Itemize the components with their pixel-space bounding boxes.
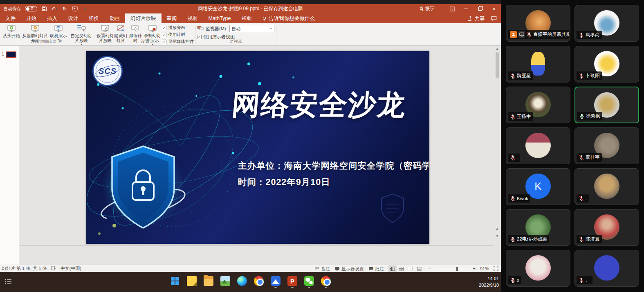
taskbar-icons — [0, 274, 501, 290]
slide-date-line[interactable]: 时间：2022年9月10日 — [238, 176, 330, 188]
chrome-browser-2-icon — [321, 276, 331, 286]
tab-index-1[interactable]: 开始 — [21, 13, 42, 23]
from-beginning-button[interactable]: 从头开始 — [1, 23, 22, 38]
participant-tile[interactable]: 覃佳宇 — [574, 127, 639, 164]
participant-tile[interactable]: 徐紫枫 — [574, 87, 639, 123]
slide-sorter-view-button[interactable] — [397, 265, 406, 272]
slide-thumbnail-panel[interactable]: 1 — [0, 46, 19, 265]
minimize-button[interactable] — [459, 4, 473, 13]
zoom-slider-thumb[interactable] — [456, 267, 458, 271]
ribbon-display-options-icon[interactable] — [445, 4, 459, 13]
faint-shield-graphic — [378, 192, 407, 224]
vertical-scrollbar[interactable]: ▲ ▲ ▼ — [494, 46, 500, 265]
taskbar-icon-chrome-browser-2[interactable] — [319, 274, 332, 290]
participant-tile[interactable]: 周孝尚 — [574, 5, 639, 42]
taskbar-icon-edge-browser[interactable] — [236, 274, 249, 290]
share-button[interactable]: 共享 — [467, 15, 485, 22]
notes-icon — [314, 267, 319, 271]
taskbar-icon-start-button[interactable] — [168, 274, 182, 290]
share-icon — [467, 16, 473, 21]
participant-tile[interactable]: 卜玖阳 — [574, 46, 639, 82]
restore-button[interactable] — [473, 4, 487, 13]
tab-index-7[interactable]: 审阅 — [162, 13, 182, 23]
participant-tile[interactable]: . — [506, 127, 570, 164]
reading-view-button[interactable] — [406, 265, 415, 272]
participant-tile[interactable]: 王扬中 — [506, 87, 570, 123]
tab-index-10[interactable]: 帮助 — [236, 13, 257, 23]
tabrow-right: 共享 — [467, 13, 497, 23]
next-slide-button[interactable]: ▼ — [494, 234, 500, 240]
screen-share-icon — [518, 31, 525, 38]
tab-index-5[interactable]: 动画 — [104, 13, 125, 23]
powerpoint-window: 自动保存 关 ↶▾ ↻ ▾ 网络安全沙龙-封面9.09.pptx - 已保存到这… — [0, 0, 501, 292]
participant-name: 覃佳宇 — [586, 154, 600, 160]
participant-tile[interactable]: 22电信-孙成梁 — [506, 209, 570, 246]
participant-tile[interactable]: 、 — [574, 250, 639, 287]
tab-index-9[interactable]: MathType — [203, 13, 236, 23]
notes-label: 备注 — [321, 266, 330, 272]
taskbar-icon-powerpoint[interactable] — [286, 274, 299, 290]
participant-tile[interactable]: 陈济真 — [574, 209, 639, 246]
zoom-slider[interactable] — [433, 269, 470, 269]
slide-canvas[interactable]: SCS 网络安全沙龙 主办单位：海南大学网络空间安全学院（密码学院） 时间：20… — [86, 51, 429, 244]
timings-label: 使用计时 — [168, 32, 185, 38]
participant-grid: 肖振宇的屏幕共享周孝尚魏亚星卜玖阳王扬中徐紫枫.覃佳宇KKwok.22电信-孙成… — [506, 5, 639, 287]
tab-index-8[interactable]: 视图 — [182, 13, 203, 23]
logo-orbit-ring — [93, 62, 122, 79]
participant-tile[interactable]: x — [506, 250, 570, 287]
taskbar-icon-photos-app[interactable] — [219, 274, 232, 290]
scrollbar-thumb[interactable] — [496, 52, 499, 78]
tab-file[interactable]: 文件 — [0, 13, 21, 23]
slide-thumbnail-1[interactable]: 1 — [2, 51, 16, 58]
participant-label: 周孝尚 — [577, 31, 602, 39]
dropdown-caret: ▾ — [270, 27, 272, 30]
taskbar-clock[interactable]: 14:01 2022/9/10 — [462, 276, 499, 289]
display-settings-button[interactable]: 显示器设置 — [334, 266, 364, 272]
zoom-percentage[interactable]: 91% — [480, 266, 489, 271]
taskbar-icon-chrome-browser[interactable] — [252, 274, 265, 290]
scroll-up-arrow[interactable]: ▲ — [494, 47, 500, 51]
narration-checkbox[interactable]: 播放旁白 — [162, 25, 194, 31]
monitor-dropdown[interactable]: 自动 ▾ — [229, 25, 274, 32]
notes-divider[interactable] — [20, 245, 494, 246]
language-indicator[interactable]: 中文(中国) — [61, 265, 81, 272]
participant-tile[interactable]: . — [574, 168, 639, 205]
slideshow-view-button[interactable] — [415, 265, 424, 272]
timings-checkbox[interactable]: 使用计时 — [162, 32, 194, 38]
group-separator — [195, 25, 195, 44]
previous-slide-button[interactable]: ▲ — [494, 226, 500, 233]
decor-dot — [247, 62, 250, 65]
comments-icon[interactable] — [491, 16, 497, 21]
slide-title[interactable]: 网络安全沙龙 — [219, 86, 419, 124]
from-beginning-icon — [7, 24, 16, 33]
slide-count-info: 幻灯片 第 1 张, 共 1 张 — [2, 265, 47, 272]
participant-tile[interactable]: 魏亚星 — [506, 46, 570, 82]
close-button[interactable]: × — [487, 4, 501, 13]
comments-label: 批注 — [375, 266, 384, 272]
zoom-out-button[interactable]: − — [428, 266, 431, 272]
tab-index-3[interactable]: 设计 — [63, 13, 83, 23]
decor-dot — [292, 76, 294, 78]
tab-index-6[interactable]: 幻灯片放映 — [125, 13, 162, 23]
tab-tell-me[interactable]: 告诉我你想要做什么 — [257, 13, 320, 23]
zoom-in-button[interactable]: + — [473, 266, 476, 272]
fit-to-window-icon[interactable] — [494, 266, 498, 272]
tab-index-4[interactable]: 切换 — [83, 13, 104, 23]
comments-button[interactable]: 批注 — [368, 266, 384, 272]
notes-button[interactable]: 备注 — [314, 266, 330, 272]
setup-show-icon — [100, 24, 110, 33]
taskbar-icon-file-explorer[interactable] — [202, 274, 215, 290]
muted-mic-icon — [510, 114, 516, 120]
spellcheck-icon[interactable] — [51, 266, 56, 272]
taskbar-icon-sticky-notes[interactable] — [185, 274, 198, 290]
participant-tile[interactable]: KKwok — [506, 168, 570, 205]
share-label: 共享 — [475, 15, 485, 22]
taskbar-icon-wechat[interactable] — [303, 274, 316, 290]
tab-index-2[interactable]: 插入 — [42, 13, 63, 23]
taskbar-icon-meeting-app[interactable] — [269, 274, 282, 290]
meeting-panel: 肖振宇的屏幕共享周孝尚魏亚星卜玖阳王扬中徐紫枫.覃佳宇KKwok.22电信-孙成… — [501, 0, 644, 292]
slide-organizer-line[interactable]: 主办单位：海南大学网络空间安全学院（密码学院） — [238, 160, 429, 172]
participant-tile[interactable]: 肖振宇的屏幕共享 — [506, 5, 570, 42]
normal-view-button[interactable] — [388, 265, 397, 272]
participant-label: 王扬中 — [508, 112, 533, 121]
